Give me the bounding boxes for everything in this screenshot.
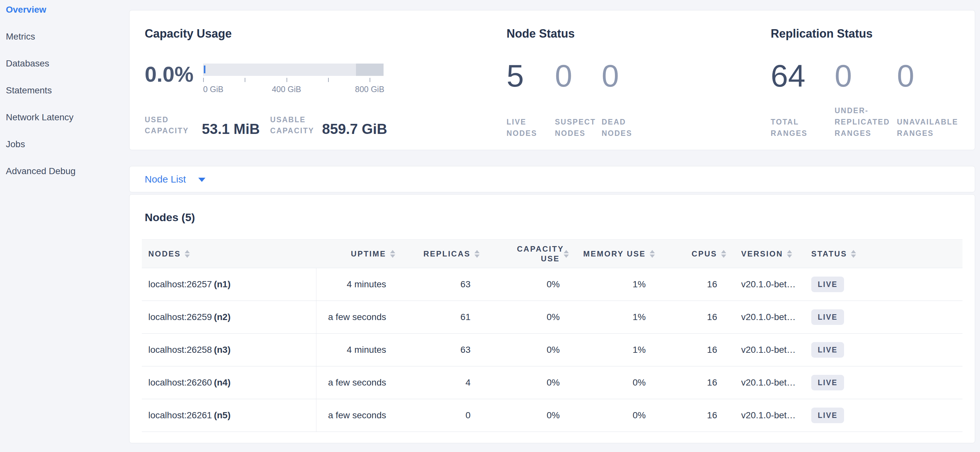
column-label: MEMORY USE	[583, 249, 646, 259]
replicas-cell: 0	[399, 399, 484, 432]
sort-arrows-icon	[564, 250, 569, 258]
capacity-usage-section: Capacity Usage 0.0% 0 GiB 40	[145, 27, 507, 150]
version-cell: v20.1.0-bet…	[730, 268, 802, 301]
sidebar-item-statements[interactable]: Statements	[6, 85, 129, 96]
column-label: CAPACITY USE	[517, 244, 560, 263]
under-replicated-ranges-label: UNDER-REPLICATED RANGES	[835, 105, 897, 140]
cpus-cell: 16	[659, 334, 730, 366]
capacity-percent: 0.0%	[145, 63, 203, 94]
axis-label-0: 0 GiB	[203, 85, 224, 94]
axis-tick	[328, 78, 329, 82]
sort-arrows-icon	[390, 250, 395, 258]
node-address: localhost:26257	[148, 279, 212, 289]
column-header-cpus[interactable]: CPUS	[659, 239, 730, 268]
node-address-cell[interactable]: localhost:26258(n3)	[142, 334, 316, 366]
capacity-use-cell: 0%	[484, 399, 573, 432]
live-nodes-label: LIVE NODES	[507, 116, 555, 140]
memory-use-cell: 1%	[573, 334, 659, 366]
column-header-capacity-use[interactable]: CAPACITY USE	[484, 239, 573, 268]
nodes-table-card: Nodes (5) NODES UPTIME	[129, 194, 975, 443]
uptime-cell: a few seconds	[316, 366, 399, 399]
unavailable-ranges-label: UNAVAILABLE RANGES	[897, 116, 962, 140]
node-status-section: Node Status 5 LIVE NODES 0 SUSPECT NODES…	[507, 27, 771, 150]
status-badge: LIVE	[811, 408, 844, 423]
node-id: (n1)	[214, 279, 231, 289]
live-nodes-value: 5	[507, 60, 555, 92]
table-row-node-2[interactable]: localhost:26259(n2) a few seconds 61 0% …	[142, 301, 963, 334]
sidebar-item-overview[interactable]: Overview	[6, 5, 129, 15]
caret-down-icon	[198, 178, 205, 182]
used-capacity-stat: USED CAPACITY 53.1 MiB	[145, 114, 260, 136]
version-cell: v20.1.0-bet…	[730, 334, 802, 366]
used-capacity-label: USED CAPACITY	[145, 114, 191, 136]
uptime-cell: 4 minutes	[316, 334, 399, 366]
column-header-memory-use[interactable]: MEMORY USE	[573, 239, 659, 268]
node-address-cell[interactable]: localhost:26257(n1)	[142, 268, 316, 301]
node-id: (n5)	[214, 410, 231, 420]
replicas-cell: 4	[399, 366, 484, 399]
memory-use-cell: 1%	[573, 268, 659, 301]
sidebar-item-databases[interactable]: Databases	[6, 59, 129, 69]
table-row-node-3[interactable]: localhost:26258(n3) 4 minutes 63 0% 1% 1…	[142, 334, 963, 366]
column-header-replicas[interactable]: REPLICAS	[399, 239, 484, 268]
total-ranges-value: 64	[771, 60, 835, 92]
node-status-title: Node Status	[507, 27, 771, 41]
table-row-node-4[interactable]: localhost:26260(n4) a few seconds 4 0% 0…	[142, 366, 963, 399]
spacer-cell	[863, 366, 963, 399]
suspect-nodes-value: 0	[555, 60, 601, 92]
version-cell: v20.1.0-bet…	[730, 399, 802, 432]
memory-use-cell: 0%	[573, 366, 659, 399]
column-header-version[interactable]: VERSION	[730, 239, 802, 268]
node-status-stats: 5 LIVE NODES 0 SUSPECT NODES 0 DEAD NODE…	[507, 60, 771, 140]
status-badge: LIVE	[811, 309, 844, 325]
memory-use-cell: 0%	[573, 399, 659, 432]
sort-arrows-icon	[851, 250, 856, 258]
usable-capacity-stat: USABLE CAPACITY 859.7 GiB	[270, 114, 387, 136]
used-capacity-value: 53.1 MiB	[202, 122, 260, 136]
column-label: NODES	[148, 249, 181, 259]
cpus-cell: 16	[659, 268, 730, 301]
axis-tick	[370, 78, 370, 82]
sidebar-item-network-latency[interactable]: Network Latency	[6, 112, 129, 122]
column-header-uptime[interactable]: UPTIME	[316, 239, 399, 268]
spacer-cell	[863, 399, 963, 432]
node-list-selector-card: Node List	[129, 166, 975, 192]
capacity-bar-chart: 0 GiB 400 GiB 800 GiB	[203, 63, 383, 94]
table-row-node-5[interactable]: localhost:26261(n5) a few seconds 0 0% 0…	[142, 399, 963, 432]
node-address-cell[interactable]: localhost:26261(n5)	[142, 399, 316, 432]
node-list-dropdown[interactable]: Node List	[145, 174, 205, 185]
sidebar-item-advanced-debug[interactable]: Advanced Debug	[6, 166, 129, 176]
node-id: (n3)	[214, 345, 231, 355]
node-address-cell[interactable]: localhost:26260(n4)	[142, 366, 316, 399]
capacity-gauge: 0.0% 0 GiB 400 GiB 800 GiB	[145, 63, 507, 94]
capacity-axis: 0 GiB 400 GiB 800 GiB	[203, 76, 383, 94]
cpus-cell: 16	[659, 366, 730, 399]
status-badge: LIVE	[811, 277, 844, 292]
table-row-node-1[interactable]: localhost:26257(n1) 4 minutes 63 0% 1% 1…	[142, 268, 963, 301]
usable-capacity-label: USABLE CAPACITY	[270, 114, 317, 136]
axis-label-800: 800 GiB	[355, 85, 384, 94]
axis-tick	[203, 78, 204, 82]
axis-tick	[286, 78, 287, 82]
unavailable-ranges-stat: 0 UNAVAILABLE RANGES	[897, 60, 962, 140]
capacity-stats: USED CAPACITY 53.1 MiB USABLE CAPACITY 8…	[145, 114, 507, 136]
replicas-cell: 63	[399, 268, 484, 301]
status-cell: LIVE	[802, 334, 863, 366]
replication-status-stats: 64 TOTAL RANGES 0 UNDER-REPLICATED RANGE…	[771, 60, 962, 140]
column-header-nodes[interactable]: NODES	[142, 239, 316, 268]
column-label: REPLICAS	[423, 249, 471, 259]
under-replicated-ranges-stat: 0 UNDER-REPLICATED RANGES	[835, 60, 897, 140]
status-cell: LIVE	[802, 301, 863, 334]
column-label: STATUS	[811, 249, 847, 259]
sidebar-item-jobs[interactable]: Jobs	[6, 139, 129, 149]
capacity-use-cell: 0%	[484, 268, 573, 301]
spacer-cell	[863, 334, 963, 366]
axis-label-400: 400 GiB	[272, 85, 301, 94]
column-header-status[interactable]: STATUS	[802, 239, 863, 268]
total-ranges-label: TOTAL RANGES	[771, 116, 835, 140]
node-address-cell[interactable]: localhost:26259(n2)	[142, 301, 316, 334]
capacity-bar-used-marker	[204, 65, 205, 73]
node-address: localhost:26259	[148, 312, 212, 322]
sidebar-item-metrics[interactable]: Metrics	[6, 32, 129, 42]
suspect-nodes-stat: 0 SUSPECT NODES	[555, 60, 601, 140]
